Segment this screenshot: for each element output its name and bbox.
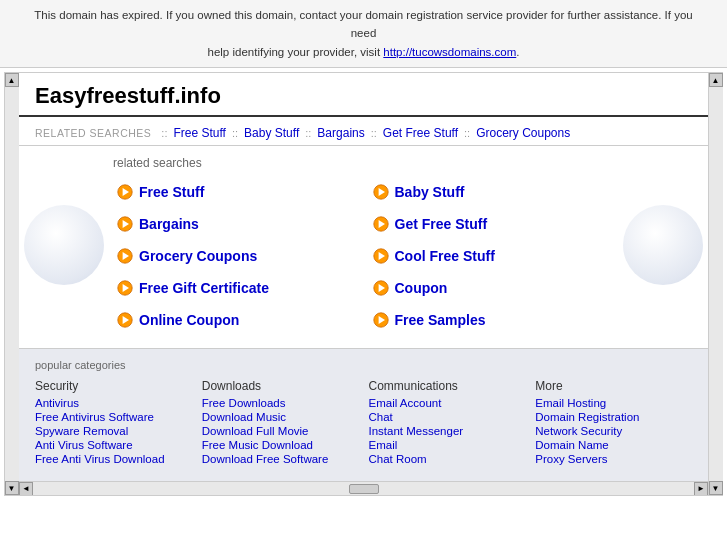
banner-link[interactable]: http://tucowsdomains.com [383,46,516,58]
related-bar-link-3[interactable]: Get Free Stuff [383,126,458,140]
category-header-communications: Communications [369,379,526,393]
cat-link-comms-1[interactable]: Chat [369,411,526,423]
related-bar-label: RELATED SEARCHES [35,127,151,139]
arrow-icon-3 [117,280,133,296]
sep1: :: [161,127,167,139]
search-item-r3: Coupon [369,274,615,302]
categories-grid: Security Antivirus Free Antivirus Softwa… [35,379,692,467]
right-circle-area [618,156,708,334]
search-link-r2[interactable]: Cool Free Stuff [395,248,495,264]
site-title: Easyfreestuff.info [19,73,708,117]
cat-link-security-0[interactable]: Antivirus [35,397,192,409]
arrow-icon-4 [117,312,133,328]
cat-link-security-3[interactable]: Anti Virus Software [35,439,192,451]
search-grid: Free Stuff Baby Stuff [109,178,618,334]
left-decorative-circle [24,205,104,285]
scroll-left-btn[interactable]: ◄ [19,482,33,496]
search-grid-wrapper: related searches Free Stuff [109,156,618,334]
related-bar-link-2[interactable]: Bargains [317,126,364,140]
search-item-r2: Cool Free Stuff [369,242,615,270]
scroll-track-left [5,87,19,481]
search-link-4[interactable]: Online Coupon [139,312,239,328]
bottom-scrollbar: ◄ ► [19,481,708,495]
cat-link-comms-3[interactable]: Email [369,439,526,451]
search-link-3[interactable]: Free Gift Certificate [139,280,269,296]
center-content: Easyfreestuff.info RELATED SEARCHES :: F… [19,73,708,495]
cat-link-downloads-0[interactable]: Free Downloads [202,397,359,409]
right-scroll-down-btn[interactable]: ▼ [709,481,723,495]
search-item-1: Bargains [113,210,359,238]
scroll-right-btn[interactable]: ► [694,482,708,496]
related-bar-link-0[interactable]: Free Stuff [173,126,225,140]
category-col-security: Security Antivirus Free Antivirus Softwa… [35,379,192,467]
right-decorative-circle [623,205,703,285]
category-col-communications: Communications Email Account Chat Instan… [369,379,526,467]
popular-categories: popular categories Security Antivirus Fr… [19,348,708,481]
search-link-r0[interactable]: Baby Stuff [395,184,465,200]
main-wrapper: ▲ ▼ Easyfreestuff.info RELATED SEARCHES … [4,72,723,496]
bottom-scroll-thumb[interactable] [349,484,379,494]
cat-link-more-3[interactable]: Domain Name [535,439,692,451]
arrow-icon-r3 [373,280,389,296]
related-searches-label: related searches [109,156,618,170]
search-link-1[interactable]: Bargains [139,216,199,232]
sep4: :: [371,127,377,139]
right-scroll-up-btn[interactable]: ▲ [709,73,723,87]
cat-link-comms-4[interactable]: Chat Room [369,453,526,465]
cat-link-comms-2[interactable]: Instant Messenger [369,425,526,437]
search-item-0: Free Stuff [113,178,359,206]
cat-link-downloads-4[interactable]: Download Free Software [202,453,359,465]
cat-link-more-4[interactable]: Proxy Servers [535,453,692,465]
cat-link-security-1[interactable]: Free Antivirus Software [35,411,192,423]
related-bar-link-1[interactable]: Baby Stuff [244,126,299,140]
category-col-downloads: Downloads Free Downloads Download Music … [202,379,359,467]
related-bar: RELATED SEARCHES :: Free Stuff :: Baby S… [19,121,708,146]
right-scrollbar: ▲ ▼ [708,73,722,495]
cat-link-more-1[interactable]: Domain Registration [535,411,692,423]
arrow-icon-0 [117,184,133,200]
cat-link-more-2[interactable]: Network Security [535,425,692,437]
left-scrollbar: ▲ ▼ [5,73,19,495]
scroll-down-btn[interactable]: ▼ [5,481,19,495]
search-item-r0: Baby Stuff [369,178,615,206]
arrow-icon-r4 [373,312,389,328]
cat-link-security-4[interactable]: Free Anti Virus Download [35,453,192,465]
category-col-more: More Email Hosting Domain Registration N… [535,379,692,467]
bottom-scroll-track[interactable] [33,482,694,496]
popular-label: popular categories [35,359,692,371]
arrow-icon-r0 [373,184,389,200]
related-bar-link-4[interactable]: Grocery Coupons [476,126,570,140]
search-link-2[interactable]: Grocery Coupons [139,248,257,264]
search-link-r4[interactable]: Free Samples [395,312,486,328]
sep3: :: [305,127,311,139]
category-header-security: Security [35,379,192,393]
arrow-icon-1 [117,216,133,232]
category-header-downloads: Downloads [202,379,359,393]
search-link-r1[interactable]: Get Free Stuff [395,216,488,232]
cat-link-comms-0[interactable]: Email Account [369,397,526,409]
left-circle-area [19,156,109,334]
main-area: related searches Free Stuff [19,146,708,344]
banner-text2: help identifying your provider, visit [208,46,384,58]
search-item-r4: Free Samples [369,306,615,334]
cat-link-downloads-1[interactable]: Download Music [202,411,359,423]
cat-link-downloads-2[interactable]: Download Full Movie [202,425,359,437]
sep2: :: [232,127,238,139]
arrow-icon-r1 [373,216,389,232]
search-link-r3[interactable]: Coupon [395,280,448,296]
search-item-r1: Get Free Stuff [369,210,615,238]
right-scroll-track [709,87,723,481]
top-banner: This domain has expired. If you owned th… [0,0,727,68]
search-link-0[interactable]: Free Stuff [139,184,204,200]
arrow-icon-r2 [373,248,389,264]
cat-link-downloads-3[interactable]: Free Music Download [202,439,359,451]
banner-text: This domain has expired. If you owned th… [34,9,692,39]
scroll-up-btn[interactable]: ▲ [5,73,19,87]
cat-link-more-0[interactable]: Email Hosting [535,397,692,409]
category-header-more: More [535,379,692,393]
cat-link-security-2[interactable]: Spyware Removal [35,425,192,437]
search-item-3: Free Gift Certificate [113,274,359,302]
search-item-4: Online Coupon [113,306,359,334]
sep5: :: [464,127,470,139]
arrow-icon-2 [117,248,133,264]
